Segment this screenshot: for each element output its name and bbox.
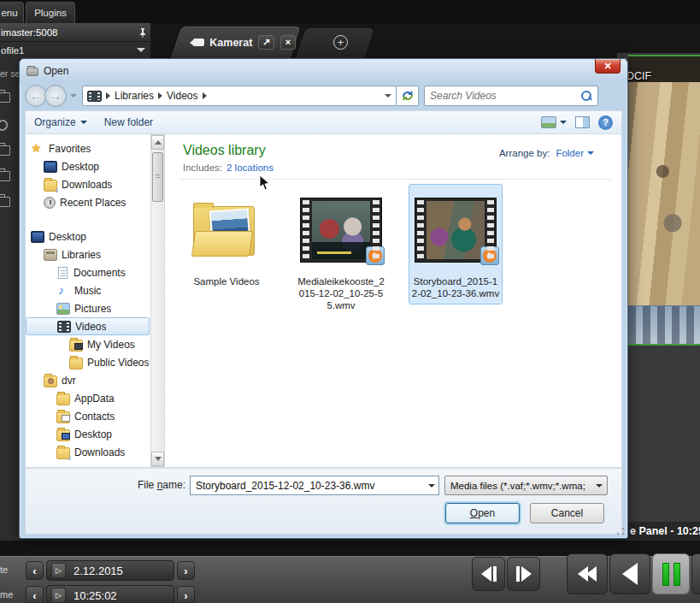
arrange-by-control[interactable]: Arrange by: Folder [499,148,594,158]
pin-icon[interactable] [138,27,147,38]
monitor-icon [44,161,57,173]
playback-bar: te me ‹ ▷ 2.12.2015 › ‹ ▷ 10:25:02 › [0,556,700,603]
tab-kamerat[interactable]: Kamerat ↗ × [176,27,296,58]
search-input[interactable] [430,90,580,102]
cancel-button[interactable]: Cancel [530,503,604,523]
organize-label: Organize [34,116,76,128]
profile-selector[interactable]: ofile1 [0,41,150,58]
tree-item-desktop[interactable]: Desktop [26,157,150,175]
step-forward-button[interactable] [507,557,540,591]
close-tab-button[interactable]: × [280,35,296,50]
dock-folder-icon[interactable] [0,92,10,103]
search-icon[interactable] [580,90,592,102]
new-tab[interactable]: + [301,28,369,58]
tree-item-recent-places[interactable]: Recent Places [26,193,150,211]
file-item-selected[interactable]: Storyboard_2015-12-02_10-23-36.wmv [409,184,503,304]
scrollbar-thumb[interactable] [152,152,163,202]
tree-item-downloads[interactable]: Downloads [26,175,150,193]
dock-clip-icon[interactable] [0,118,10,133]
tree-item-label: Libraries [62,249,101,261]
includes-label: Includes: [183,163,222,173]
tab-menu-partial[interactable]: enu [0,2,24,23]
file-name-dropdown[interactable] [425,476,438,494]
popout-tab-button[interactable]: ↗ [258,35,274,50]
refresh-button[interactable] [397,86,419,106]
arrange-by-value: Folder [556,148,584,158]
tree-item-dvr[interactable]: dvr [26,371,150,389]
dialog-title: Open [44,65,68,77]
back-icon: ← [30,90,42,102]
time-prev-button[interactable]: ‹ [26,586,44,603]
tree-item-my-videos[interactable]: My Videos [26,335,150,353]
tree-item-label: Music [74,285,101,297]
top-tab-bar: enu Plugins [0,0,700,23]
scroll-up-button[interactable] [151,135,164,150]
file-name-combo [190,476,439,495]
tab-plugins[interactable]: Plugins [26,2,75,23]
file-name-input[interactable] [191,480,425,492]
tree-item-pictures[interactable]: Pictures [26,299,150,317]
tree-item-desktop[interactable]: Desktop [26,228,150,245]
open-button[interactable]: Open [445,503,520,523]
reverse-play-button[interactable] [609,553,650,594]
tree-item-downloads[interactable]: Downloads [26,443,150,461]
date-picker-icon[interactable]: ▷ [51,563,66,578]
file-type-select[interactable]: Media files (*.vaf;*.wmv;*.wma; [444,476,608,495]
time-picker-icon[interactable]: ▷ [51,588,66,603]
help-button[interactable]: ? [598,115,613,130]
locations-link[interactable]: 2 locations [226,163,274,173]
step-back-button[interactable] [472,557,505,591]
dialog-title-bar[interactable]: Open [20,59,627,83]
preview-pane-button[interactable] [575,116,590,128]
camera-5-video[interactable] [628,55,700,346]
tree-item-public-videos[interactable]: Public Videos [26,353,150,371]
time-next-button[interactable]: › [177,586,195,603]
monitor-icon [31,231,44,243]
triangle-up-icon [155,140,162,145]
tree-item-appdata[interactable]: AppData [26,389,150,407]
tree-gap [26,211,150,228]
organize-button[interactable]: Organize [26,116,96,128]
play-button-partial[interactable] [691,553,700,594]
breadcrumb[interactable]: Libraries Videos [82,86,397,106]
file-item[interactable]: Sample Videos [179,184,274,293]
file-browser-pane: Videos library Includes:2 locations Arra… [171,134,620,467]
dock-folder-icon[interactable] [0,145,10,156]
tree-item-label: Pictures [74,303,111,315]
tree-item-label: Videos [75,321,106,333]
tab-menu-label: enu [1,8,17,18]
tree-item-libraries[interactable]: Libraries [26,245,150,263]
resize-grip-icon[interactable] [615,526,626,536]
tree-item-desktop[interactable]: Desktop [26,425,150,443]
views-icon [541,116,556,128]
breadcrumb-libraries[interactable]: Libraries [115,90,154,102]
tree-item-label: Recent Places [60,197,126,209]
tree-scrollbar[interactable] [150,134,165,467]
rewind-button[interactable] [567,553,608,594]
scroll-down-button[interactable] [151,452,164,466]
dock-folder-icon[interactable] [0,197,10,207]
new-folder-button[interactable]: New folder [96,116,162,128]
time-field[interactable]: ▷ 10:25:02 [46,585,174,603]
folder-dl-icon [56,447,70,459]
pause-button[interactable] [652,553,690,594]
tree-item-documents[interactable]: Documents [26,263,150,281]
views-button[interactable] [541,116,567,128]
date-field[interactable]: ▷ 2.12.2015 [46,560,174,581]
date-prev-button[interactable]: ‹ [26,561,44,580]
forward-button[interactable]: → [44,85,67,107]
date-next-button[interactable]: › [177,561,195,580]
file-item[interactable]: Medialeikekooste_2015-12-02_10-25-55.wmv [294,184,388,316]
tree-item-favorites[interactable]: Favorites [26,139,150,157]
dialog-close-button[interactable]: ✕ [595,59,621,74]
tree-item-videos[interactable]: Videos [26,317,150,335]
history-dropdown-icon[interactable] [70,94,77,98]
breadcrumb-videos[interactable]: Videos [167,90,197,102]
dock-folder-icon[interactable] [0,171,10,181]
tree-item-contacts[interactable]: Contacts [26,407,150,425]
popout-icon: ↗ [262,38,270,47]
address-dropdown-icon[interactable] [385,94,391,98]
file-type-value: Media files (*.vaf;*.wmv;*.wma; [450,481,591,491]
add-tab-icon: + [333,35,348,50]
tree-item-music[interactable]: Music [26,281,150,299]
